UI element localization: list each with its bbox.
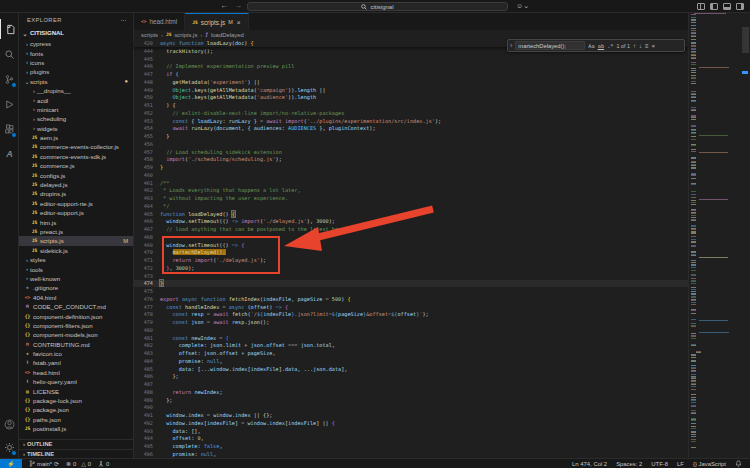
code-line-449[interactable]: 449 Object.keys(getAllMetadata('campaign… [134, 86, 688, 94]
toggle-secondary-sidebar-icon[interactable] [736, 3, 744, 10]
tree-file-dropins-js[interactable]: JSdropins.js [19, 189, 133, 198]
close-tab-icon[interactable]: × [237, 19, 241, 26]
code-line-492[interactable]: 492 window.index[indexFile] = window.ind… [134, 419, 688, 427]
code-line-486[interactable]: 486 }; [134, 373, 688, 381]
remote-indicator[interactable]: ⚡ [0, 459, 22, 468]
tree-file-sidekick-js[interactable]: JSsidekick.js [19, 246, 133, 255]
code-line-467[interactable]: 467 // load anything that can be postpon… [134, 225, 688, 233]
run-debug-icon[interactable] [0, 94, 19, 114]
tree-file-paths-json[interactable]: {}paths.json [19, 415, 133, 424]
find-input[interactable] [515, 41, 585, 50]
tree-file-license[interactable]: ▤LICENSE [19, 386, 133, 395]
command-center-search[interactable]: citisignal [247, 2, 508, 11]
code-line-479[interactable]: 479 const json = await resp.json(); [134, 318, 688, 326]
tree-folder--dropins-[interactable]: ›__dropins__ [19, 86, 133, 95]
code-line-491[interactable]: 491 window.index = window.index || {}; [134, 411, 688, 419]
code-line-493[interactable]: 493 data: [], [134, 427, 688, 435]
encoding[interactable]: UTF-8 [651, 461, 668, 467]
tree-folder-fonts[interactable]: ›fonts [19, 48, 133, 57]
extensions-icon[interactable] [0, 119, 19, 139]
code-line-452[interactable]: 452 // eslint-disable-next-line import/n… [134, 109, 688, 117]
tree-folder-styles[interactable]: ›styles [19, 255, 133, 264]
tree-file-delayed-js[interactable]: JSdelayed.js [19, 180, 133, 189]
code-line-480[interactable]: 480 [134, 326, 688, 334]
tree-file-commerce-js[interactable]: JScommerce.js [19, 161, 133, 170]
regex-icon[interactable]: .* [607, 43, 613, 49]
tree-file-commerce-events-sdk-js[interactable]: JScommerce-events-sdk.js [19, 152, 133, 161]
git-branch-item[interactable]: main* ⟳ [29, 460, 59, 467]
copilot-icon[interactable]: ☺⌄ [516, 2, 529, 10]
tree-file-component-definition-json[interactable]: {}component-definition.json [19, 311, 133, 320]
code-line-457[interactable]: 457 // Load scheduling sidekick extensio… [134, 148, 688, 156]
source-control-icon[interactable] [0, 69, 19, 89]
tree-folder-tools[interactable]: ›tools [19, 264, 133, 273]
tree-file-commerce-events-collector-js[interactable]: JScommerce-events-collector.js [19, 142, 133, 151]
timeline-section[interactable]: › TIMELINE [19, 449, 133, 459]
toggle-replace-icon[interactable]: › [510, 42, 512, 49]
accounts-icon[interactable] [0, 414, 19, 434]
workspace-root[interactable]: ⌄ CITISIGNAL [19, 27, 133, 39]
ports-item[interactable]: 0 [98, 460, 109, 467]
code-line-487[interactable]: 487 [134, 380, 688, 388]
tree-file-aem-js[interactable]: JSaem.js [19, 133, 133, 142]
overview-ruler[interactable] [741, 13, 750, 458]
outline-section[interactable]: › OUTLINE [19, 439, 133, 449]
code-line-496[interactable]: 496 promise: null, [134, 450, 688, 458]
code-line-451[interactable]: 451 ) { [134, 101, 688, 109]
code-line-485[interactable]: 485 data: [...window.index[indexFile].da… [134, 365, 688, 373]
code-line-460[interactable]: 460 [134, 171, 688, 179]
code-line-484[interactable]: 484 promise: null, [134, 357, 688, 365]
breadcrumb-file[interactable]: scripts.js [174, 32, 197, 38]
code-line-462[interactable]: 462 * Loads everything that happens a lo… [134, 187, 688, 195]
code-line-476[interactable]: 476export async function fetchIndex(inde… [134, 295, 688, 303]
tree-folder-icons[interactable]: ›icons [19, 58, 133, 67]
code-line-454[interactable]: 454 await runLazy(document, { audiences:… [134, 125, 688, 133]
extension-a-icon[interactable]: A [0, 144, 19, 164]
code-line-495[interactable]: 495 complete: false, [134, 442, 688, 450]
nav-forward-icon[interactable]: → [234, 1, 248, 10]
tree-file-package-json[interactable]: {}package.json [19, 405, 133, 414]
problems-item[interactable]: ⊗0 △0 [66, 461, 91, 467]
code-line-463[interactable]: 463 * without impacting the user experie… [134, 194, 688, 202]
code-line-455[interactable]: 455 } [134, 132, 688, 140]
tree-folder-well-known[interactable]: ›well-known [19, 274, 133, 283]
tree-folder-plugins[interactable]: ›plugins [19, 67, 133, 76]
tree-file-favicon-ico[interactable]: ★favicon.ico [19, 349, 133, 358]
code-line-450[interactable]: 450 Object.keys(getAllMetadata('audience… [134, 94, 688, 102]
code-line-464[interactable]: 464 */ [134, 202, 688, 210]
code-line-448[interactable]: 448 getMetadata('experiment') || [134, 78, 688, 86]
tree-file--gitignore[interactable]: ◆.gitignore [19, 283, 133, 292]
code-line-483[interactable]: 483 offset: json.offset + pageSize, [134, 349, 688, 357]
tree-file-configs-js[interactable]: JSconfigs.js [19, 170, 133, 179]
tree-folder-acdl[interactable]: ›acdl [19, 95, 133, 104]
breadcrumb-symbol[interactable]: loadDelayed [211, 32, 244, 38]
tab-head-html[interactable]: <> head.html [134, 13, 185, 30]
tree-folder-cypress[interactable]: ›cypress [19, 39, 133, 48]
sync-icon[interactable]: ⟳ [54, 461, 59, 467]
next-match-icon[interactable]: ↓ [639, 43, 642, 49]
toggle-sidebar-icon[interactable] [710, 3, 718, 10]
tree-folder-widgets[interactable]: ›widgets [19, 124, 133, 133]
code-line-459[interactable]: 459} [134, 163, 688, 171]
tree-file-postinstall-js[interactable]: JSpostinstall.js [19, 424, 133, 433]
whole-word-icon[interactable]: ab [598, 43, 604, 49]
tree-folder-scripts[interactable]: ⌄scripts● [19, 77, 133, 86]
cursor-position[interactable]: Ln 474, Col 2 [572, 461, 607, 467]
find-in-selection-icon[interactable]: ≡ [645, 43, 649, 49]
code-line-477[interactable]: 477 const handleIndex = async (offset) =… [134, 303, 688, 311]
toggle-panel-icon[interactable] [723, 3, 731, 10]
code-line-481[interactable]: 481 const newIndex = { [134, 334, 688, 342]
code-line-453[interactable]: 453 const { loadLazy: runLazy } = await … [134, 117, 688, 125]
close-find-icon[interactable]: × [652, 43, 656, 49]
code-line-488[interactable]: 488 return newIndex; [134, 388, 688, 396]
code-line-494[interactable]: 494 offset: 0, [134, 435, 688, 443]
tree-file-editor-support-js[interactable]: JSeditor-support.js [19, 208, 133, 217]
tree-file-htm-js[interactable]: JShtm.js [19, 217, 133, 226]
code-line-446[interactable]: 446 // Implement experimentation preview… [134, 63, 688, 71]
tree-file-preact-js[interactable]: JSpreact.js [19, 227, 133, 236]
customize-layout-icon[interactable] [697, 3, 705, 10]
code-line-465[interactable]: 465function loadDelayed() { [134, 210, 688, 218]
tree-file-contributing-md[interactable]: MCONTRIBUTING.md [19, 340, 133, 349]
tree-file-helix-query-yaml[interactable]: !helix-query.yaml [19, 377, 133, 386]
code-line-466[interactable]: 466 window.setTimeout(() => import('./de… [134, 218, 688, 226]
